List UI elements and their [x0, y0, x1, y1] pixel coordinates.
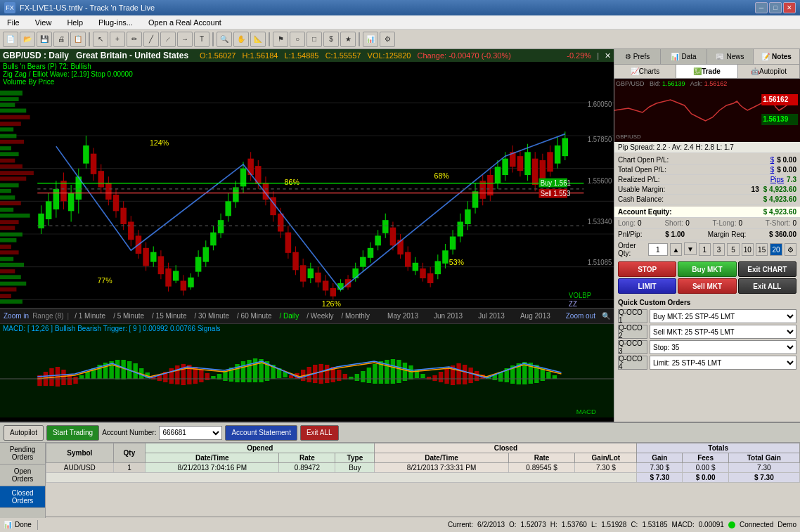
tshort-label: T-Short: [766, 219, 791, 227]
exit-all-bottom-button[interactable]: Exit ALL [300, 425, 339, 441]
sell-mkt-button[interactable]: Sell MKT [678, 278, 736, 294]
svg-rect-128 [352, 268, 359, 278]
tab-data[interactable]: 📊 Data [661, 49, 707, 64]
account-statement-button[interactable]: Account Statement [225, 425, 297, 441]
trendline-btn[interactable]: ⟋ [160, 32, 176, 47]
subtab-trade[interactable]: 💹 Trade [676, 65, 738, 78]
circle-btn[interactable]: ○ [290, 32, 305, 47]
settings-btn[interactable]: ⚙ [380, 32, 395, 47]
qty-3-button[interactable]: 3 [713, 243, 725, 256]
subtab-autopilot[interactable]: 🤖 Autopilot [738, 65, 800, 78]
closed-orders-button[interactable]: Closed Orders [0, 486, 45, 508]
qty-10-button[interactable]: 10 [742, 243, 754, 256]
tf-60min[interactable]: / 60 Minute [235, 312, 273, 320]
new-btn[interactable]: 📄 [3, 32, 18, 47]
range-display: Range (8) [32, 312, 63, 320]
stop-button[interactable]: STOP [618, 261, 676, 277]
menu-help[interactable]: Help [63, 17, 87, 28]
exit-all-button[interactable]: Exit ALL [738, 278, 796, 294]
tf-daily[interactable]: / Daily [278, 312, 302, 320]
zoom-btn[interactable]: 🔍 [217, 32, 232, 47]
total-open-pl-link[interactable]: $ [770, 166, 775, 174]
text-btn[interactable]: T [194, 32, 209, 47]
subtab-charts[interactable]: 📈 Charts [614, 65, 676, 78]
qco-1-id: Q-OCO 1 [618, 309, 647, 323]
order-qty-input[interactable] [648, 243, 668, 256]
demo-label: Demo [778, 521, 796, 528]
qco-4-select[interactable]: Limit: 25 STP-45 LMT [650, 356, 796, 370]
pending-orders-button[interactable]: Pending Orders [0, 443, 45, 465]
qco-2-select[interactable]: Sell MKT: 25 STP-45 LMT [650, 325, 796, 339]
buy-mkt-button[interactable]: Buy MKT [678, 261, 736, 277]
tf-1min[interactable]: / 1 Minute [72, 312, 108, 320]
exit-chart-button[interactable]: Exit CHART [738, 261, 796, 277]
open-btn[interactable]: 📂 [20, 32, 35, 47]
menu-plugins[interactable]: Plug-ins... [94, 17, 137, 28]
svg-rect-72 [143, 248, 149, 266]
cursor-btn[interactable]: ↖ [93, 32, 108, 47]
copy-btn[interactable]: 📋 [70, 32, 86, 47]
long-label: Long: [618, 219, 636, 227]
menu-view[interactable]: View [31, 17, 56, 28]
flag-btn[interactable]: ⚑ [273, 32, 288, 47]
zoom-in-button[interactable]: Zoom in [4, 312, 29, 320]
svg-rect-164 [487, 175, 493, 195]
indicator-btn[interactable]: 📊 [363, 32, 378, 47]
line-btn[interactable]: ╱ [143, 32, 159, 47]
realized-pl-link[interactable]: Pips [770, 176, 784, 183]
minimize-button[interactable]: ─ [755, 2, 768, 13]
cash-balance-value: $ 4,923.60 [763, 195, 796, 203]
qco-3-select[interactable]: Stop: 35 [650, 340, 796, 354]
qty-down-button[interactable]: ▼ [684, 242, 696, 255]
svg-text:1.56139: 1.56139 [763, 115, 788, 123]
tab-news[interactable]: 📰 News [707, 49, 754, 64]
close-button[interactable]: ✕ [783, 2, 796, 13]
qco-1-select[interactable]: Buy MKT: 25 STP-45 LMT [650, 309, 796, 323]
maximize-button[interactable]: □ [769, 2, 782, 13]
tf-weekly[interactable]: / Weekly [304, 312, 335, 320]
limit-button[interactable]: LIMIT [618, 278, 676, 294]
rect-btn[interactable]: □ [307, 32, 322, 47]
autopilot-button[interactable]: Autopilot [4, 425, 44, 441]
account-number-select[interactable]: 666681 [159, 426, 222, 440]
tf-15min[interactable]: / 15 Minute [150, 312, 188, 320]
app-icon: FX [4, 2, 15, 13]
chart-close-button[interactable]: ✕ [605, 51, 611, 60]
tf-30min[interactable]: / 30 Minute [193, 312, 231, 320]
arrow-btn[interactable]: → [177, 32, 193, 47]
tf-5min[interactable]: / 5 Minute [111, 312, 146, 320]
start-trading-button[interactable]: Start Trading [46, 425, 99, 441]
pencil-btn[interactable]: ✏ [127, 32, 142, 47]
open-orders-button[interactable]: Open Orders [0, 465, 45, 486]
zoom-out-button[interactable]: Zoom out [566, 312, 595, 320]
qty-5-button[interactable]: 5 [727, 243, 739, 256]
menu-bar: File View Help Plug-ins... Open a Real A… [0, 15, 800, 30]
th-open-datetime: Date/Time [146, 453, 279, 463]
print-btn[interactable]: 🖨 [53, 32, 69, 47]
svg-rect-22 [0, 176, 26, 181]
menu-file[interactable]: File [3, 17, 24, 28]
save-btn[interactable]: 💾 [37, 32, 52, 47]
chart-open-pl-link[interactable]: $ [770, 156, 775, 164]
qty-custom-button[interactable]: ⚙ [785, 243, 796, 256]
tab-notes[interactable]: 📝 Notes [754, 49, 800, 64]
svg-rect-294 [553, 375, 557, 379]
td-grand-total: $ 7.30 [728, 473, 799, 483]
tf-monthly[interactable]: / Monthly [339, 312, 372, 320]
orders-table-area[interactable]: Symbol Qty Opened Closed Totals Date/Tim… [46, 443, 800, 518]
menu-open-account[interactable]: Open a Real Account [144, 17, 226, 28]
zigzag-indicator: Zig Zag / Elliot Wave: [2.19] Stop 0.000… [3, 70, 611, 78]
chart-main[interactable]: 124% 86% 68% 77% 126% 53% 1.60050 1.5785… [0, 86, 614, 308]
svg-rect-15 [0, 134, 16, 138]
qty-20-button[interactable]: 20 [770, 243, 782, 256]
hand-btn[interactable]: ✋ [233, 32, 249, 47]
star-btn[interactable]: ★ [340, 32, 356, 47]
qty-15-button[interactable]: 15 [756, 243, 768, 256]
qty-1-button[interactable]: 1 [699, 243, 711, 256]
tab-prefs[interactable]: ⚙ Prefs [614, 49, 661, 64]
dollar-btn[interactable]: $ [323, 32, 339, 47]
qty-up-button[interactable]: ▲ [670, 243, 682, 256]
ruler-btn[interactable]: 📐 [250, 32, 266, 47]
chart-change-pct: -0.29% [567, 51, 591, 60]
crosshair-btn[interactable]: + [110, 32, 125, 47]
